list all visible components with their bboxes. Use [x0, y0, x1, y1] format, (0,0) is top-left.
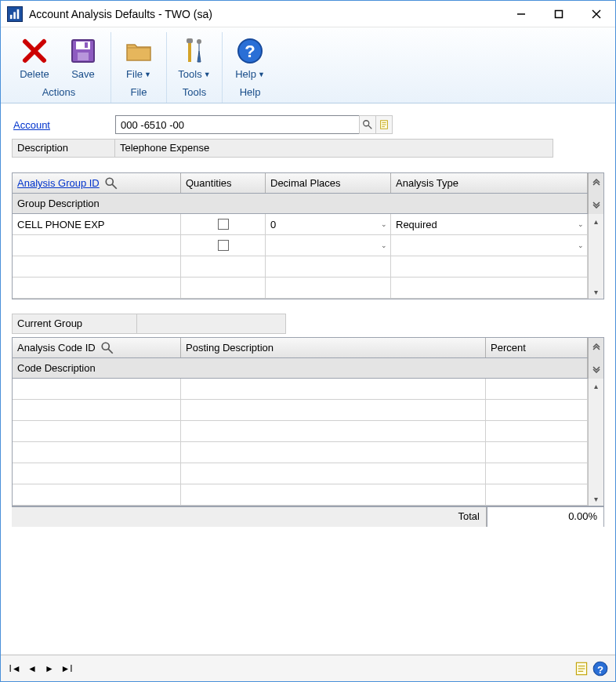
grid2-row[interactable]	[13, 463, 588, 484]
grid1-row[interactable]: 0⌄ Required⌄	[13, 214, 588, 235]
col-percent[interactable]: Percent	[486, 338, 588, 357]
grid2-scrollbar[interactable]: ▴ ▾	[588, 379, 603, 506]
svg-rect-12	[85, 42, 88, 48]
col-analysis-code-id-label: Analysis Code ID	[17, 342, 96, 354]
scroll-up-icon[interactable]: ▴	[591, 380, 602, 391]
ribbon-group-actions: Delete Save Actions	[7, 32, 111, 103]
chevron-down-icon: ▼	[144, 71, 151, 78]
help-button[interactable]: ? Help▼	[227, 32, 273, 82]
grid1-collapse-up-button[interactable]	[588, 173, 603, 194]
scroll-up-icon[interactable]: ▴	[591, 216, 602, 227]
ribbon-group-help: ? Help▼ Help	[223, 32, 277, 103]
svg-point-24	[106, 178, 113, 185]
col-analysis-type[interactable]: Analysis Type	[391, 173, 588, 193]
dropdown-arrow-icon[interactable]: ⌄	[578, 241, 584, 249]
grid1-group-id-input[interactable]	[17, 235, 176, 256]
grid1-group-id-input[interactable]	[17, 214, 176, 234]
delete-label: Delete	[20, 68, 49, 80]
col-analysis-group-id[interactable]: Analysis Group ID	[13, 173, 181, 193]
svg-text:?: ?	[597, 663, 603, 675]
help-icon: ?	[234, 35, 266, 67]
save-label: Save	[71, 68, 95, 80]
window-title: Account Analysis Defaults - TWO (sa)	[29, 8, 212, 20]
ribbon-group-label-tools: Tools	[183, 86, 206, 100]
grid2-row[interactable]	[13, 442, 588, 463]
grid2-expand-down-button[interactable]	[588, 358, 603, 379]
grid1-expand-down-button[interactable]	[588, 194, 603, 214]
analysis-code-lookup-icon[interactable]	[100, 341, 114, 355]
grid1-group-id-input[interactable]	[17, 278, 176, 298]
close-button[interactable]	[578, 1, 615, 27]
ribbon: Delete Save Actions File▼	[1, 27, 615, 103]
delete-icon	[19, 35, 50, 67]
nav-prev-button[interactable]: ◄	[24, 661, 40, 677]
grid2-row[interactable]	[13, 379, 588, 400]
total-label: Total	[12, 507, 487, 527]
svg-rect-13	[188, 40, 191, 62]
tools-label: Tools	[178, 68, 201, 80]
dropdown-arrow-icon[interactable]: ⌄	[381, 220, 387, 228]
grid1-quantities-checkbox[interactable]	[218, 219, 229, 230]
svg-rect-11	[78, 53, 89, 60]
dropdown-arrow-icon[interactable]: ⌄	[578, 220, 584, 228]
ribbon-group-label-file: File	[131, 86, 147, 100]
col-quantities[interactable]: Quantities	[181, 173, 266, 193]
grid1-analysis-type-value: Required	[396, 219, 437, 230]
tools-button[interactable]: Tools▼	[172, 32, 217, 82]
grid1-row[interactable]	[13, 278, 588, 299]
col-code-description[interactable]: Code Description	[13, 358, 588, 378]
svg-rect-10	[76, 42, 90, 49]
scroll-down-icon[interactable]: ▾	[591, 493, 602, 504]
nav-next-button[interactable]: ►	[42, 661, 57, 677]
col-group-description[interactable]: Group Description	[13, 194, 588, 213]
account-input[interactable]	[115, 115, 360, 134]
svg-text:?: ?	[245, 42, 255, 61]
grid2-row[interactable]	[13, 484, 588, 506]
grid1-row[interactable]	[13, 256, 588, 278]
save-icon	[67, 35, 99, 67]
app-icon	[7, 6, 23, 22]
scroll-down-icon[interactable]: ▾	[591, 286, 602, 297]
grid1-row[interactable]: ⌄ ⌄	[13, 235, 588, 256]
account-note-button[interactable]	[375, 115, 393, 134]
grid1-scrollbar[interactable]: ▴ ▾	[588, 214, 603, 299]
note-icon[interactable]	[573, 660, 590, 677]
col-analysis-group-id-label: Analysis Group ID	[17, 177, 100, 189]
chevron-down-icon: ▼	[258, 71, 265, 78]
svg-rect-1	[13, 12, 16, 19]
description-value: Telephone Expense	[114, 139, 553, 158]
grid1-rows: 0⌄ Required⌄ ⌄ ⌄	[13, 214, 588, 299]
maximize-button[interactable]	[540, 1, 578, 27]
account-lookup-button[interactable]	[359, 115, 376, 134]
col-decimal-places[interactable]: Decimal Places	[266, 173, 391, 193]
description-label: Description	[12, 139, 115, 158]
col-analysis-code-id[interactable]: Analysis Code ID	[13, 338, 181, 357]
ribbon-group-tools: Tools▼ Tools	[167, 32, 223, 103]
dropdown-arrow-icon[interactable]: ⌄	[381, 241, 387, 249]
current-group-label: Current Group	[12, 314, 137, 334]
file-button[interactable]: File▼	[116, 32, 161, 82]
nav-first-button[interactable]: I◄	[7, 661, 23, 677]
grid2-collapse-up-button[interactable]	[588, 338, 603, 358]
grid2-row[interactable]	[13, 400, 588, 421]
nav-last-button[interactable]: ►I	[59, 661, 74, 677]
save-button[interactable]: Save	[60, 32, 106, 82]
analysis-group-lookup-icon[interactable]	[104, 176, 118, 190]
account-label-link[interactable]: Account	[12, 119, 115, 131]
minimize-button[interactable]	[502, 1, 540, 27]
tools-icon	[179, 35, 210, 67]
svg-rect-2	[17, 9, 20, 18]
grid1-group-id-input[interactable]	[17, 256, 176, 277]
grid2-row[interactable]	[13, 421, 588, 442]
analysis-code-grid: Analysis Code ID Posting Description Per…	[12, 337, 604, 506]
col-posting-description[interactable]: Posting Description	[181, 338, 486, 357]
delete-button[interactable]: Delete	[12, 32, 57, 82]
ribbon-group-label-help: Help	[240, 86, 261, 100]
ribbon-group-file: File▼ File	[111, 32, 167, 103]
analysis-code-section: Analysis Code ID Posting Description Per…	[12, 337, 604, 527]
account-section: Account Description Telephone Expense	[12, 114, 604, 158]
current-group-value	[137, 314, 286, 334]
svg-point-26	[102, 343, 109, 350]
grid1-quantities-checkbox[interactable]	[218, 240, 229, 251]
help-icon[interactable]: ?	[592, 660, 609, 677]
